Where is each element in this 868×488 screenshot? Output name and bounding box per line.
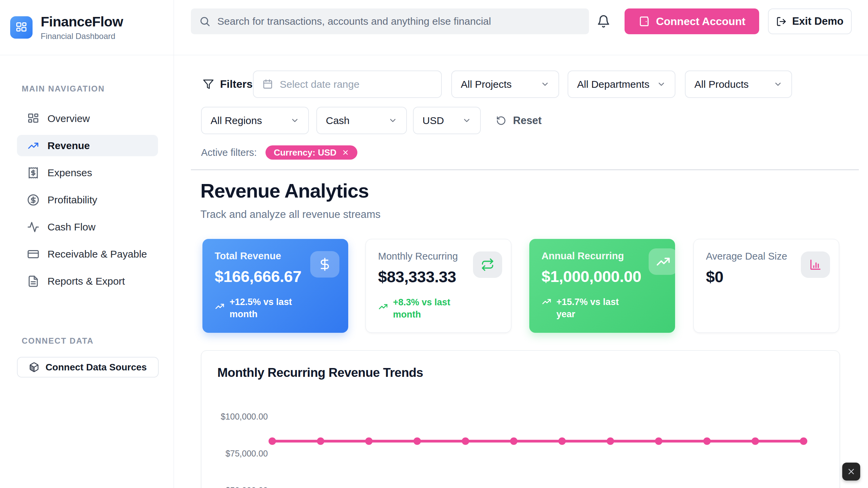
- date-range-input[interactable]: Select date range: [253, 70, 442, 98]
- connect-account-label: Connect Account: [656, 15, 746, 28]
- sidebar-item-label: Revenue: [47, 140, 90, 151]
- bar-chart-icon: [801, 251, 830, 278]
- stat-change: +8.3% vs last month: [378, 296, 463, 321]
- log-out-icon: [776, 16, 787, 27]
- app-logo-icon: [10, 16, 33, 39]
- trend-up-icon: [541, 297, 552, 307]
- sidebar-item-profitability[interactable]: Profitability: [17, 189, 158, 210]
- dollar-circle-icon: [27, 194, 39, 206]
- funnel-icon: [203, 79, 214, 90]
- main-navigation-label: MAIN NAVIGATION: [22, 84, 105, 94]
- stat-change: +12.5% vs last month: [215, 296, 299, 321]
- reset-label: Reset: [513, 115, 541, 127]
- regions-select[interactable]: All Regions: [201, 107, 309, 134]
- stat-label: Annual Recurring: [541, 250, 663, 262]
- filter-chip-text: Currency: USD: [274, 147, 336, 158]
- chevron-down-icon: [290, 116, 299, 125]
- close-icon: [847, 467, 856, 476]
- search-input[interactable]: [217, 16, 589, 27]
- dollar-icon: [310, 251, 339, 278]
- chart-plot: [201, 351, 840, 488]
- exit-demo-button[interactable]: Exit Demo: [768, 8, 852, 34]
- overlay-close-button[interactable]: [842, 463, 860, 481]
- sidebar-item-label: Reports & Export: [47, 276, 125, 287]
- app-window: FinanceFlow Financial Dashboard MAIN NAV…: [0, 0, 868, 488]
- activity-icon: [27, 221, 39, 233]
- projects-select[interactable]: All Projects: [451, 70, 559, 98]
- cube-icon: [29, 362, 39, 372]
- connect-data-sources-label: Connect Data Sources: [45, 362, 147, 373]
- sidebar-item-label: Expenses: [47, 167, 92, 179]
- chevron-down-icon: [657, 80, 666, 89]
- page-title: Revenue Analytics: [200, 179, 369, 202]
- filters-heading: Filters: [203, 70, 253, 98]
- regions-value: All Regions: [211, 115, 262, 126]
- chevron-down-icon: [462, 116, 471, 125]
- receipt-icon: [27, 167, 39, 179]
- page-subtitle: Track and analyze all revenue streams: [200, 208, 380, 221]
- connect-data-sources-button[interactable]: Connect Data Sources: [17, 357, 159, 378]
- bell-icon: [597, 15, 610, 28]
- dashboard-icon: [27, 113, 39, 125]
- main-content: Filters Select date range All Projects A…: [174, 55, 868, 488]
- sidebar-item-reports-export[interactable]: Reports & Export: [17, 270, 158, 292]
- search-icon: [199, 16, 211, 27]
- stat-card-average-deal-size: Average Deal Size $0: [693, 239, 839, 333]
- chevron-down-icon: [388, 116, 397, 125]
- stat-change-text: +8.3% vs last month: [393, 296, 463, 321]
- connect-account-button[interactable]: Connect Account: [625, 8, 759, 34]
- sidebar-item-expenses[interactable]: Expenses: [17, 162, 158, 183]
- sidebar-item-cash-flow[interactable]: Cash Flow: [17, 216, 158, 238]
- sidebar: FinanceFlow Financial Dashboard MAIN NAV…: [0, 0, 174, 488]
- repeat-icon: [473, 251, 502, 278]
- payment-method-select[interactable]: Cash: [316, 107, 407, 134]
- credit-card-icon: [27, 248, 39, 260]
- brand: FinanceFlow Financial Dashboard: [0, 0, 174, 55]
- currency-value: USD: [422, 115, 444, 126]
- sidebar-item-revenue[interactable]: Revenue: [17, 135, 158, 156]
- sidebar-item-label: Receivable & Payable: [47, 248, 147, 260]
- app-tagline: Financial Dashboard: [41, 32, 123, 41]
- stat-change: +15.7% vs last year: [541, 296, 626, 321]
- main-navigation: Overview Revenue Expenses Profitability …: [17, 108, 158, 298]
- departments-select[interactable]: All Departments: [568, 70, 675, 98]
- sidebar-item-label: Profitability: [47, 194, 97, 206]
- stat-card-monthly-recurring: Monthly Recurring $83,333.33 +8.3% vs la…: [366, 239, 511, 333]
- filter-chip-currency[interactable]: Currency: USD: [265, 145, 357, 160]
- close-icon[interactable]: [342, 149, 349, 156]
- filters-label: Filters: [220, 78, 253, 90]
- currency-select[interactable]: USD: [413, 107, 481, 134]
- top-bar: Connect Account Exit Demo: [174, 0, 868, 55]
- chevron-down-icon: [773, 80, 783, 89]
- stat-value: $1,000,000.00: [541, 267, 663, 286]
- section-divider: [191, 169, 859, 170]
- trending-up-icon: [649, 248, 675, 275]
- stat-change-text: +12.5% vs last month: [230, 296, 299, 321]
- app-title: FinanceFlow: [41, 14, 123, 30]
- reset-filters-button[interactable]: Reset: [496, 107, 541, 134]
- products-value: All Products: [694, 79, 749, 90]
- trend-up-icon: [215, 301, 225, 311]
- projects-value: All Projects: [461, 79, 512, 90]
- active-filters-row: Active filters: Currency: USD: [201, 145, 357, 160]
- calendar-icon: [262, 79, 273, 89]
- wallet-icon: [638, 16, 650, 27]
- products-select[interactable]: All Products: [685, 70, 792, 98]
- date-range-placeholder: Select date range: [280, 79, 359, 90]
- global-search: [191, 8, 589, 34]
- mrr-line-chart: Monthly Recurring Revenue Trends $100,00…: [201, 350, 840, 488]
- active-filters-label: Active filters:: [201, 147, 257, 158]
- chevron-down-icon: [540, 80, 550, 89]
- sidebar-item-receivable-payable[interactable]: Receivable & Payable: [17, 243, 158, 265]
- sidebar-item-label: Overview: [47, 113, 90, 124]
- stat-card-annual-recurring: Annual Recurring $1,000,000.00 +15.7% vs…: [529, 239, 675, 333]
- departments-value: All Departments: [577, 79, 649, 90]
- sidebar-item-label: Cash Flow: [47, 221, 96, 233]
- stat-card-total-revenue: Total Revenue $166,666.67 +12.5% vs last…: [202, 239, 348, 333]
- sidebar-item-overview[interactable]: Overview: [17, 108, 158, 129]
- payment-method-value: Cash: [326, 115, 350, 126]
- brand-text: FinanceFlow Financial Dashboard: [41, 14, 123, 41]
- notifications-button[interactable]: [593, 11, 614, 32]
- rotate-ccw-icon: [496, 116, 506, 126]
- stat-change-text: +15.7% vs last year: [556, 296, 626, 321]
